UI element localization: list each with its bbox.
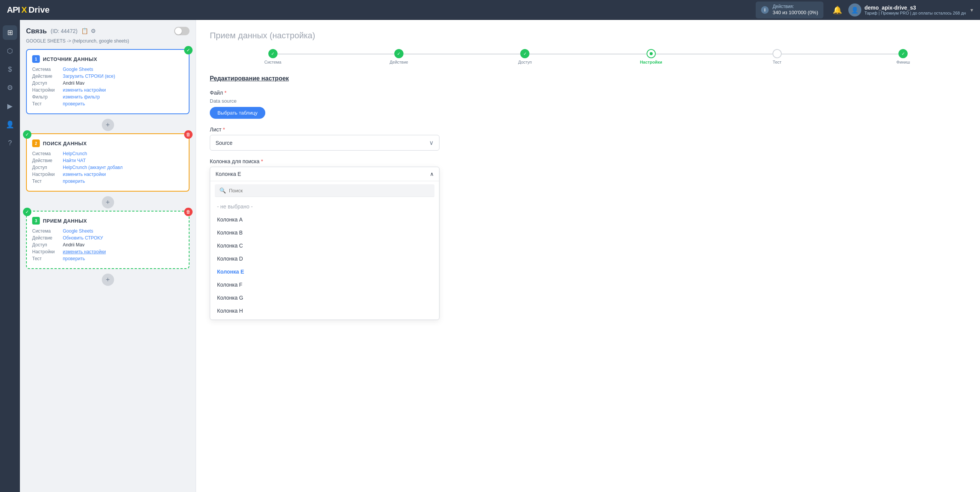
step-action: ✓ Действие xyxy=(336,49,462,64)
actions-value: 340 из 100'000 (0%) xyxy=(773,10,818,16)
dropdown-item-a[interactable]: Колонка A xyxy=(210,213,439,226)
avatar: 👤 xyxy=(848,3,861,16)
search-icon: 🔍 xyxy=(219,187,226,194)
file-label: Файл * xyxy=(210,90,966,96)
info-icon: i xyxy=(761,6,769,14)
chevron-down-icon: ∨ xyxy=(429,139,434,146)
chevron-up-icon: ∧ xyxy=(430,171,434,177)
block3-title: ПРИЕМ ДАННЫХ xyxy=(43,218,87,224)
dropdown-item-c[interactable]: Колонка C xyxy=(210,239,439,252)
sheet-label: Лист * xyxy=(210,126,966,133)
block1-row-action: Действие Загрузить СТРОКИ (все) xyxy=(32,74,183,79)
sheet-group: Лист * Source ∨ xyxy=(210,126,966,151)
toggle-switch[interactable] xyxy=(174,27,189,35)
dropdown-item-h[interactable]: Колонка H xyxy=(210,304,439,317)
connection-id: (ID: 44472) xyxy=(51,28,77,34)
column-dropdown-header[interactable]: Колонка E ∧ xyxy=(210,167,439,181)
check-icon: ✓ xyxy=(184,46,193,54)
block2-title: ПОИСК ДАННЫХ xyxy=(43,141,87,146)
block1-row-sistema: Система Google Sheets xyxy=(32,67,183,72)
dropdown-item-e[interactable]: Колонка E xyxy=(210,265,439,278)
dropdown-item-d[interactable]: Колонка D xyxy=(210,252,439,265)
copy-icon[interactable]: 📋 xyxy=(81,28,88,34)
connection-title: Связь xyxy=(26,27,47,35)
column-selected-value: Колонка E xyxy=(216,171,241,177)
section-title[interactable]: Редактирование настроек xyxy=(210,75,966,82)
block1-row-test: Тест проверить xyxy=(32,101,183,107)
add-between-1-2[interactable]: + xyxy=(102,119,114,131)
steps: ✓ Система ✓ Действие ✓ Доступ Настройки … xyxy=(210,49,966,64)
check-icon-3: ✓ xyxy=(23,208,31,216)
add-between-2-3[interactable]: + xyxy=(102,196,114,208)
sidebar-item-help[interactable]: ? xyxy=(3,136,17,150)
sidebar-item-home[interactable]: ⊞ xyxy=(3,25,17,40)
dropdown-item-f[interactable]: Колонка F xyxy=(210,278,439,291)
step-sistema: ✓ Система xyxy=(210,49,336,64)
actions-box: i Действия: 340 из 100'000 (0%) xyxy=(756,2,823,18)
column-search-box: 🔍 xyxy=(215,184,434,197)
logo-x: X xyxy=(21,5,27,15)
right-panel: Прием данных (настройка) ✓ Система ✓ Дей… xyxy=(196,20,980,492)
topnav: APIXDrive i Действия: 340 из 100'000 (0%… xyxy=(0,0,980,20)
file-group: Файл * Data source Выбрать таблицу xyxy=(210,90,966,119)
dropdown-item-g[interactable]: Колонка G xyxy=(210,291,439,304)
block-num-1: 1 xyxy=(32,55,40,63)
sidebar-item-connections[interactable]: ⬡ xyxy=(3,44,17,58)
delete-block2-icon[interactable]: 🗑 xyxy=(184,130,193,139)
logo-api: API xyxy=(7,5,20,15)
block-search: 🗑 ✓ 2 ПОИСК ДАННЫХ Система HelpCrunch Де… xyxy=(26,133,189,192)
column-label: Колонка для поиска * xyxy=(210,158,966,164)
page-title: Прием данных (настройка) xyxy=(210,31,966,41)
logo-drive: Drive xyxy=(28,5,49,15)
column-group: Колонка для поиска * Колонка E ∧ 🔍 - не … xyxy=(210,158,966,320)
sidebar-item-media[interactable]: ▶ xyxy=(3,99,17,113)
block-source: ✓ 1 ИСТОЧНИК ДАННЫХ Система Google Sheet… xyxy=(26,49,189,114)
delete-block3-icon[interactable]: 🗑 xyxy=(184,208,193,216)
block1-title: ИСТОЧНИК ДАННЫХ xyxy=(43,56,97,62)
left-panel: Связь (ID: 44472) 📋 ⚙ GOOGLE SHEETS -> (… xyxy=(20,20,196,492)
user-menu[interactable]: 👤 demo_apix-drive_s3 Тариф | Премиум PRO… xyxy=(848,3,973,16)
block-num-2: 2 xyxy=(32,139,40,147)
sidebar-item-settings[interactable]: ⚙ xyxy=(3,80,17,95)
step-settings: Настройки xyxy=(588,49,714,64)
step-test: Тест xyxy=(714,49,840,64)
block1-row-access: Доступ Andrii Mav xyxy=(32,80,183,86)
sidebar-item-billing[interactable]: $ xyxy=(3,62,17,77)
chevron-down-icon: ▾ xyxy=(970,7,973,13)
column-dropdown-list: - не выбрано - Колонка A Колонка B Колон… xyxy=(210,200,439,320)
connection-subtitle: GOOGLE SHEETS -> (helpcrunch, google she… xyxy=(26,38,189,44)
block-receive: 🗑 ✓ 3 ПРИЕМ ДАННЫХ Система Google Sheets… xyxy=(26,211,189,269)
step-access: ✓ Доступ xyxy=(462,49,588,64)
logo: APIXDrive xyxy=(7,5,49,15)
block-num-3: 3 xyxy=(32,217,40,225)
step-finish: ✓ Финиш xyxy=(840,49,966,64)
bell-icon[interactable]: 🔔 xyxy=(833,5,842,15)
column-dropdown[interactable]: Колонка E ∧ 🔍 - не выбрано - Колонка A К… xyxy=(210,167,439,320)
column-search-input[interactable] xyxy=(229,188,430,194)
gear-icon[interactable]: ⚙ xyxy=(91,28,96,34)
sidebar-item-account[interactable]: 👤 xyxy=(3,117,17,132)
check-icon-2: ✓ xyxy=(23,130,31,139)
block1-row-filter: Фильтр изменить фильтр xyxy=(32,94,183,100)
block1-row-settings: Настройки изменить настройки xyxy=(32,87,183,93)
add-after-3[interactable]: + xyxy=(102,274,114,286)
file-sublabel: Data source xyxy=(210,98,966,104)
sheet-dropdown[interactable]: Source ∨ xyxy=(210,135,439,151)
username: demo_apix-drive_s3 xyxy=(864,5,966,11)
user-tariff: Тариф | Премиум PRO | до оплаты осталось… xyxy=(864,11,966,15)
dropdown-item-b[interactable]: Колонка B xyxy=(210,226,439,239)
actions-label: Действия: xyxy=(773,4,818,10)
sidebar: ⊞ ⬡ $ ⚙ ▶ 👤 ? xyxy=(0,20,20,492)
dropdown-item-none[interactable]: - не выбрано - xyxy=(210,200,439,213)
select-table-button[interactable]: Выбрать таблицу xyxy=(210,107,265,119)
